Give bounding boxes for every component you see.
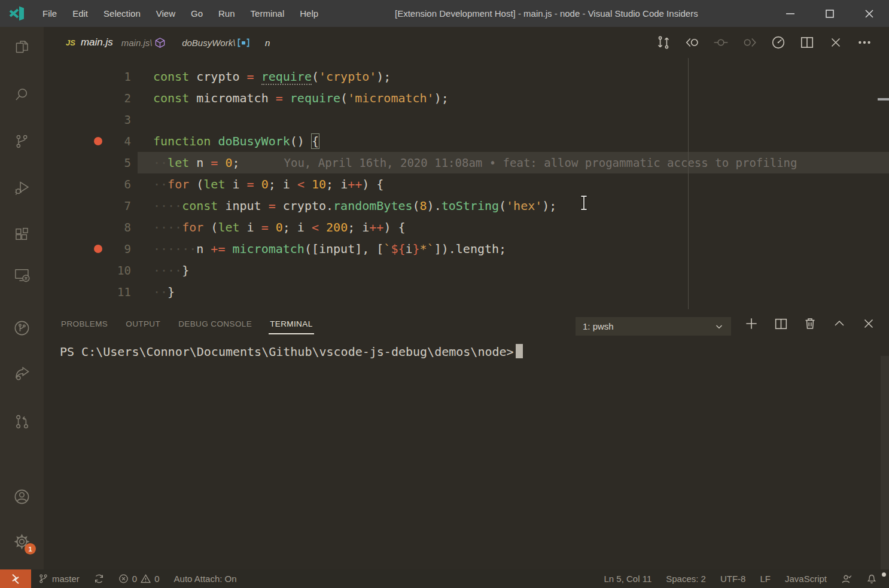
editor-tab-main-js[interactable]: JS main.js (44, 36, 113, 48)
split-terminal-icon[interactable] (772, 315, 789, 332)
maximize-panel-icon[interactable] (831, 315, 848, 332)
open-changes-icon[interactable] (654, 33, 672, 51)
feedback-icon[interactable] (834, 574, 859, 584)
explorer-icon[interactable] (0, 32, 44, 61)
maximize-icon[interactable] (810, 0, 850, 27)
sync-button[interactable] (87, 569, 111, 588)
github-pull-request-icon[interactable] (0, 407, 44, 436)
accounts-icon[interactable] (0, 482, 44, 511)
close-editor-icon[interactable] (827, 33, 845, 51)
search-icon[interactable] (0, 80, 44, 109)
gutter[interactable]: 2 (44, 87, 138, 109)
notifications-bell-icon[interactable] (859, 574, 884, 584)
code-line-3[interactable]: 3 (44, 109, 889, 130)
panel-tab-debug-console[interactable]: DEBUG CONSOLE (178, 319, 252, 328)
terminal-cursor (516, 344, 523, 358)
settings-gear-icon[interactable]: 1 (0, 527, 44, 556)
breadcrumb-member[interactable]: n (265, 38, 270, 48)
panel-tab-terminal[interactable]: TERMINAL (270, 319, 312, 328)
gutter[interactable]: 3 (44, 109, 138, 130)
code-editor[interactable]: 1const crypto = require('crypto');2const… (44, 58, 889, 309)
panel-header: PROBLEMSOUTPUTDEBUG CONSOLETERMINAL 1: p… (44, 309, 889, 338)
cursor-position-status[interactable]: Ln 5, Col 11 (596, 574, 659, 584)
code-line-10[interactable]: 10····} (44, 260, 889, 281)
mouse-ibeam-cursor (579, 194, 589, 211)
panel-tab-problems[interactable]: PROBLEMS (61, 319, 108, 328)
extensions-icon[interactable] (0, 221, 44, 249)
code-text[interactable]: ··let n = 0;You, April 16th, 2020 11:08a… (138, 152, 889, 173)
code-text[interactable]: ····const input = crypto.randomBytes(8).… (138, 195, 889, 217)
git-branch-status[interactable]: master (31, 569, 87, 588)
gutter[interactable]: 9 (44, 238, 138, 260)
breadcrumb-file[interactable]: main.js\ (121, 38, 153, 48)
close-window-icon[interactable] (850, 0, 889, 27)
gutter[interactable]: 4 (44, 130, 138, 152)
indentation-status[interactable]: Spaces: 2 (659, 574, 713, 584)
code-text[interactable]: ··} (138, 281, 889, 303)
line-number: 9 (124, 238, 131, 260)
code-line-5[interactable]: 5··let n = 0;You, April 16th, 2020 11:08… (44, 152, 889, 173)
remote-explorer-icon[interactable] (0, 261, 44, 290)
line-number: 6 (124, 173, 131, 195)
code-line-1[interactable]: 1const crypto = require('crypto'); (44, 66, 889, 87)
live-share-icon[interactable] (0, 359, 44, 388)
settings-badge: 1 (25, 543, 36, 555)
chevron-down-icon (714, 322, 724, 331)
eol-status[interactable]: LF (753, 574, 778, 584)
code-text[interactable]: ····} (138, 260, 889, 281)
code-text[interactable]: ··for (let i = 0; i < 10; i++) { (138, 173, 889, 195)
code-text[interactable]: ····for (let i = 0; i < 200; i++) { (138, 217, 889, 238)
language-mode-status[interactable]: JavaScript (778, 574, 834, 584)
remote-indicator[interactable] (0, 569, 31, 588)
gutter[interactable]: 8 (44, 217, 138, 238)
reverse-continue-icon[interactable] (712, 33, 730, 51)
panel-scrollbar[interactable] (881, 356, 889, 569)
gutter[interactable]: 11 (44, 281, 138, 303)
code-text[interactable] (138, 109, 889, 130)
gutter[interactable]: 6 (44, 173, 138, 195)
more-actions-icon[interactable] (855, 33, 873, 51)
code-line-6[interactable]: 6··for (let i = 0; i < 10; i++) { (44, 173, 889, 195)
editor-actions (654, 27, 873, 58)
code-line-11[interactable]: 11··} (44, 281, 889, 303)
terminal-dropdown[interactable]: 1: pwsh (576, 317, 731, 336)
breadcrumb-symbol[interactable]: doBusyWork\ (182, 38, 235, 48)
minimize-icon[interactable] (771, 0, 810, 27)
breakpoint-dot[interactable] (94, 137, 102, 145)
step-back-icon[interactable] (683, 33, 701, 51)
window-controls (771, 0, 889, 27)
status-bar: master 0 0 Auto Attach: On Ln 5, Col 11 … (0, 569, 889, 588)
split-editor-icon[interactable] (798, 33, 816, 51)
code-text[interactable]: ······n += micromatch([input], [`${i}*`]… (138, 238, 889, 260)
panel-tab-output[interactable]: OUTPUT (126, 319, 160, 328)
profile-icon[interactable] (0, 313, 44, 342)
source-control-icon[interactable] (0, 127, 44, 156)
problems-status[interactable]: 0 0 (111, 569, 167, 588)
run-and-debug-icon[interactable] (0, 173, 44, 202)
code-line-2[interactable]: 2const micromatch = require('micromatch'… (44, 87, 889, 109)
gutter[interactable]: 1 (44, 66, 138, 87)
code-text[interactable]: function doBusyWork() { (138, 130, 889, 152)
code-line-8[interactable]: 8····for (let i = 0; i < 200; i++) { (44, 217, 889, 238)
take-performance-profile-icon[interactable] (769, 33, 787, 51)
gutter[interactable]: 10 (44, 260, 138, 281)
gutter[interactable]: 5 (44, 152, 138, 173)
breakpoint-dot[interactable] (94, 245, 102, 253)
kill-terminal-icon[interactable] (802, 315, 818, 332)
code-text[interactable]: const crypto = require('crypto'); (138, 66, 889, 87)
code-line-9[interactable]: 9······n += micromatch([input], [`${i}*`… (44, 238, 889, 260)
close-panel-icon[interactable] (860, 315, 877, 332)
code-text[interactable]: const micromatch = require('micromatch')… (138, 87, 889, 109)
javascript-file-icon: JS (66, 38, 75, 47)
terminal[interactable]: PS C:\Users\Connor\Documents\Github\vsco… (44, 338, 889, 359)
new-terminal-icon[interactable] (743, 315, 760, 332)
menu-help[interactable]: Help (292, 0, 326, 27)
menu-edit[interactable]: Edit (65, 0, 96, 27)
gutter[interactable]: 7 (44, 195, 138, 217)
code-line-4[interactable]: 4function doBusyWork() { (44, 130, 889, 152)
step-forward-icon[interactable] (741, 33, 759, 51)
auto-attach-status[interactable]: Auto Attach: On (167, 569, 244, 588)
encoding-status[interactable]: UTF-8 (713, 574, 753, 584)
menu-file[interactable]: File (35, 0, 65, 27)
code-line-7[interactable]: 7····const input = crypto.randomBytes(8)… (44, 195, 889, 217)
